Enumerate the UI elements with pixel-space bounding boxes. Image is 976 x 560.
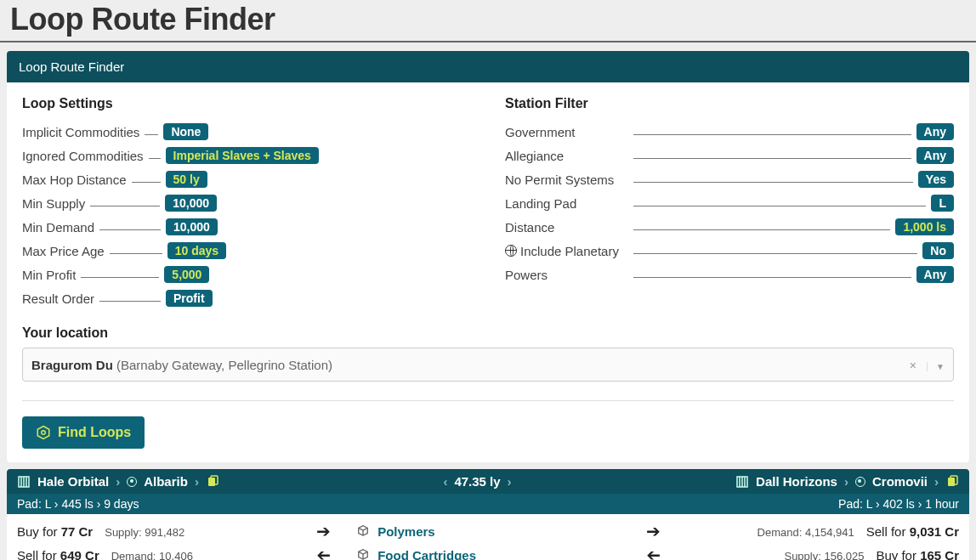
station-link[interactable]: Dall Horizons: [756, 474, 837, 489]
page-title: Loop Route Finder: [0, 0, 976, 42]
setting-min-supply[interactable]: Min Supply 10,000: [22, 193, 471, 213]
setting-label: Min Supply: [22, 196, 85, 211]
setting-value-pill[interactable]: Any: [916, 147, 954, 164]
find-loops-button[interactable]: Find Loops: [22, 416, 145, 449]
setting-value-pill[interactable]: 1,000 ls: [895, 218, 954, 235]
filter-landing-pad[interactable]: Landing Pad L: [505, 193, 954, 213]
copy-icon[interactable]: [206, 475, 219, 489]
buy-price: Buy for 77 Cr: [17, 524, 93, 539]
location-value: Bragurom Du (Barnaby Gateway, Pellegrino…: [31, 358, 332, 372]
setting-ignored-commodities[interactable]: Ignored Commodities Imperial Slaves + Sl…: [22, 145, 471, 166]
station-link[interactable]: Hale Orbital: [37, 474, 109, 489]
setting-max-price-age[interactable]: Max Price Age 10 days: [22, 240, 471, 261]
setting-value-pill[interactable]: Profit: [166, 290, 213, 307]
demand: Demand: 10,406: [111, 550, 193, 561]
buy-price: Buy for 165 Cr: [876, 548, 959, 561]
location-heading: Your location: [22, 325, 954, 341]
location-select[interactable]: Bragurom Du (Barnaby Gateway, Pellegrino…: [22, 348, 954, 382]
supply: Supply: 156,025: [784, 550, 864, 561]
supply: Supply: 991,482: [105, 526, 184, 539]
cargo-icon: [357, 548, 372, 561]
filter-distance[interactable]: Distance 1,000 ls: [505, 217, 954, 237]
trade-row-return: Sell for 649 Cr Demand: 10,406 ➔ Food Ca…: [17, 545, 959, 560]
setting-value-pill[interactable]: 10 days: [167, 242, 226, 259]
left-arrow-icon: ➔: [289, 545, 357, 560]
setting-value-pill[interactable]: 10,000: [166, 218, 218, 235]
clear-location-icon[interactable]: ×: [910, 359, 916, 372]
filter-no-permit[interactable]: No Permit Systems Yes: [505, 169, 954, 189]
setting-value-pill[interactable]: None: [163, 123, 208, 140]
setting-value-pill[interactable]: 10,000: [165, 195, 217, 212]
left-arrow-icon: ➔: [619, 545, 687, 560]
result-distance: ‹ 47.35 ly ›: [443, 474, 511, 489]
right-station-meta: Pad: L › 402 ls › 1 hour: [838, 497, 959, 511]
globe-icon: [505, 245, 517, 257]
setting-label: No Permit Systems: [505, 173, 614, 187]
commodity-link[interactable]: Polymers: [357, 524, 619, 539]
setting-label: Ignored Commodities: [22, 149, 144, 163]
svg-point-1: [42, 431, 46, 435]
filter-powers[interactable]: Powers Any: [505, 264, 954, 285]
dropdown-caret-icon[interactable]: ▼: [927, 362, 945, 371]
system-icon: [127, 477, 137, 487]
sell-price: Sell for 9,031 Cr: [866, 524, 959, 539]
setting-value-pill[interactable]: L: [931, 195, 954, 212]
panel-body: Loop Settings Implicit Commodities None …: [7, 82, 969, 462]
setting-label: Implicit Commodities: [22, 125, 139, 139]
loop-settings-heading: Loop Settings: [22, 96, 471, 111]
setting-min-demand[interactable]: Min Demand 10,000: [22, 217, 471, 237]
panel-header: Loop Route Finder: [7, 51, 969, 82]
demand: Demand: 4,154,941: [758, 526, 854, 539]
setting-min-profit[interactable]: Min Profit 5,000: [22, 264, 471, 285]
setting-value-pill[interactable]: Yes: [918, 171, 954, 188]
system-link[interactable]: Cromovii: [872, 474, 928, 489]
setting-label: Max Hop Distance: [22, 173, 127, 187]
station-icon: [735, 475, 749, 489]
setting-label: Landing Pad: [505, 196, 576, 211]
setting-label: Min Profit: [22, 268, 76, 282]
setting-label: Government: [505, 125, 576, 139]
setting-label: Result Order: [22, 291, 94, 306]
route-icon: [36, 425, 51, 440]
station-filter-heading: Station Filter: [505, 96, 954, 111]
left-station-meta: Pad: L › 445 ls › 9 days: [17, 497, 139, 511]
system-link[interactable]: Albarib: [144, 474, 188, 489]
result-left-station: Hale Orbital › Albarib ›: [17, 474, 219, 489]
setting-label: Include Planetary: [520, 244, 619, 258]
station-icon: [17, 475, 31, 489]
right-arrow-icon: ➔: [619, 521, 687, 541]
setting-value-pill[interactable]: Any: [916, 123, 954, 140]
setting-result-order[interactable]: Result Order Profit: [22, 288, 471, 308]
filter-government[interactable]: Government Any: [505, 122, 954, 142]
setting-label: Distance: [505, 220, 554, 235]
sell-price: Sell for 649 Cr: [17, 548, 99, 561]
setting-value-pill[interactable]: 5,000: [164, 266, 209, 283]
cargo-icon: [357, 524, 372, 539]
system-icon: [855, 477, 865, 487]
setting-label: Allegiance: [505, 149, 564, 163]
setting-label: Min Demand: [22, 220, 94, 235]
commodity-link[interactable]: Food Cartridges: [357, 548, 619, 561]
setting-value-pill[interactable]: No: [922, 242, 954, 259]
setting-label: Powers: [505, 268, 548, 282]
setting-label: Max Price Age: [22, 244, 105, 258]
setting-value-pill[interactable]: Any: [916, 266, 954, 283]
setting-max-hop-distance[interactable]: Max Hop Distance 50 ly: [22, 169, 471, 189]
right-arrow-icon: ➔: [289, 521, 357, 541]
setting-implicit-commodities[interactable]: Implicit Commodities None: [22, 122, 471, 142]
svg-marker-0: [37, 427, 49, 439]
copy-icon[interactable]: [945, 475, 959, 489]
result-right-station: Dall Horizons › Cromovii ›: [735, 474, 959, 489]
result-card: Hale Orbital › Albarib › ‹ 47.35 ly › Da…: [7, 469, 969, 560]
setting-value-pill[interactable]: 50 ly: [166, 171, 207, 188]
filter-include-planetary[interactable]: Include Planetary No: [505, 240, 954, 261]
setting-value-pill[interactable]: Imperial Slaves + Slaves: [166, 147, 319, 164]
trade-row-outbound: Buy for 77 Cr Supply: 991,482 ➔ Polymers…: [17, 521, 959, 541]
filter-allegiance[interactable]: Allegiance Any: [505, 145, 954, 166]
